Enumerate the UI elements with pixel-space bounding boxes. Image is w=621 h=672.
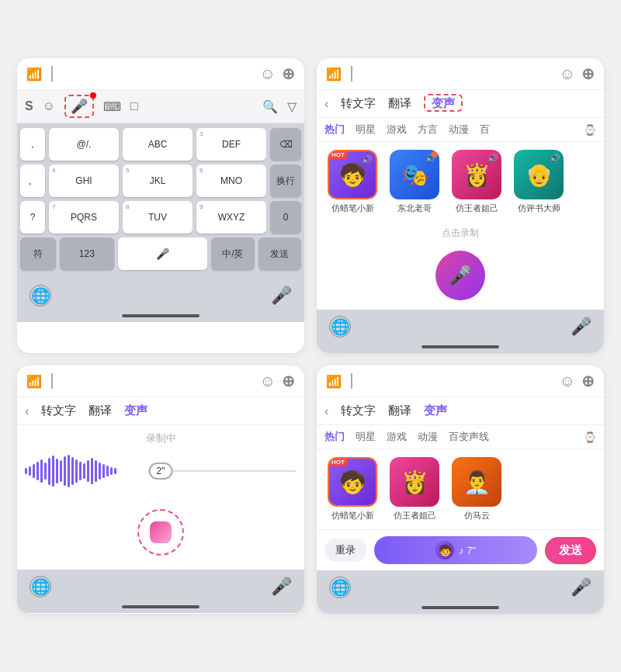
key-symbol[interactable]: 符 bbox=[20, 237, 56, 270]
globe-icon-4[interactable]: 🌐 bbox=[329, 577, 351, 598]
panel-send: 📶 ☺ ⊕ ‹ 转文字 翻译 变声 热门 明星 游戏 动漫 百变声线 ⌚ HOT… bbox=[317, 365, 604, 614]
key-at[interactable]: @/. bbox=[49, 128, 119, 161]
plus-button-2[interactable]: ⊕ bbox=[581, 64, 595, 83]
nav-voice-change-4[interactable]: 变声 bbox=[424, 404, 447, 418]
tab-clock[interactable]: ⌚ bbox=[584, 124, 596, 136]
play-button[interactable]: 🧒 ♪ 7" bbox=[374, 536, 537, 564]
key-abc[interactable]: ABC bbox=[123, 128, 193, 161]
waveform-bar bbox=[40, 459, 43, 483]
voice-item-4-3[interactable]: 👨‍💼 仿马云 bbox=[449, 457, 505, 521]
key-row-4: 符 123 🎤 中/英 发送 bbox=[20, 237, 301, 270]
rerecord-button[interactable]: 重录 bbox=[324, 539, 366, 562]
key-period[interactable]: 。 bbox=[20, 165, 45, 197]
key-pqrs[interactable]: 7 PQRS bbox=[49, 201, 119, 234]
mic-footer-icon-3[interactable]: 🎤 bbox=[271, 577, 292, 597]
tab-hot-4[interactable]: 热门 bbox=[324, 430, 345, 444]
keyboard-icon[interactable]: ⌨ bbox=[103, 99, 121, 114]
tab-anime-4[interactable]: 动漫 bbox=[418, 430, 438, 444]
waveform-bar bbox=[79, 462, 82, 480]
home-indicator-2 bbox=[422, 345, 499, 348]
emoji-button-3[interactable]: ☺ bbox=[260, 372, 276, 390]
tab-star-4[interactable]: 明星 bbox=[356, 430, 376, 444]
tab-hot[interactable]: 热门 bbox=[324, 123, 345, 137]
record-hint: 点击录制 bbox=[317, 222, 604, 244]
key-zero[interactable]: 0 bbox=[270, 201, 301, 234]
key-space-mic[interactable]: 🎤 bbox=[118, 237, 208, 270]
voice-item-2[interactable]: 🎭 🔊 东北老哥 bbox=[387, 150, 442, 214]
voice-item-4-2[interactable]: 👸 仿王者姐己 bbox=[387, 457, 442, 521]
tab-clock-4[interactable]: ⌚ bbox=[584, 431, 596, 443]
chevron-down-icon[interactable]: ▽ bbox=[287, 99, 297, 114]
voice-item-1[interactable]: HOT 🧒 🔊 仿蜡笔小新 bbox=[324, 150, 380, 214]
emoji-button-2[interactable]: ☺ bbox=[560, 65, 575, 83]
send-button[interactable]: 发送 bbox=[545, 537, 596, 564]
tab-dialect[interactable]: 方言 bbox=[418, 123, 438, 137]
key-123[interactable]: 123 bbox=[60, 237, 113, 270]
nav-to-text-3[interactable]: 转文字 bbox=[41, 404, 76, 418]
tab-anime[interactable]: 动漫 bbox=[449, 123, 469, 137]
text-cursor-3 bbox=[51, 373, 254, 389]
voice-item-4[interactable]: 👴 🔊 仿评书大师 bbox=[511, 150, 567, 214]
nav-to-text[interactable]: 转文字 bbox=[341, 96, 376, 111]
tab-game[interactable]: 游戏 bbox=[387, 123, 407, 137]
nav-translate[interactable]: 翻译 bbox=[388, 96, 411, 111]
key-question[interactable]: ? bbox=[20, 201, 45, 234]
voice-avatar-4: 👴 🔊 bbox=[514, 150, 564, 199]
tab-game-4[interactable]: 游戏 bbox=[387, 430, 407, 444]
waveform-bar bbox=[91, 458, 93, 484]
plus-button[interactable]: ⊕ bbox=[282, 64, 295, 83]
sound-icon-3: 📶 bbox=[26, 374, 42, 389]
waveform-bar bbox=[36, 462, 39, 480]
key-wxyz[interactable]: 9 WXYZ bbox=[196, 201, 266, 234]
emoji-button-4[interactable]: ☺ bbox=[560, 372, 575, 390]
image-icon[interactable]: □ bbox=[130, 99, 138, 113]
waveform-bar bbox=[114, 468, 116, 474]
mic-footer-icon[interactable]: 🎤 bbox=[271, 286, 292, 306]
plus-button-3[interactable]: ⊕ bbox=[282, 372, 295, 390]
vc-tabs: 热门 明星 游戏 方言 动漫 百 ⌚ bbox=[317, 118, 604, 142]
key-backspace[interactable]: ⌫ bbox=[270, 128, 301, 161]
key-mno[interactable]: 6 MNO bbox=[196, 165, 266, 197]
nav-translate-4[interactable]: 翻译 bbox=[388, 404, 411, 418]
plus-button-4[interactable]: ⊕ bbox=[581, 372, 595, 390]
voice-item-4-1[interactable]: HOT 🧒 仿蜡笔小新 bbox=[324, 457, 380, 521]
swype-icon[interactable]: S bbox=[25, 99, 33, 113]
globe-icon-2[interactable]: 🌐 bbox=[329, 316, 351, 338]
back-arrow[interactable]: ‹ bbox=[324, 97, 328, 111]
nav-translate-3[interactable]: 翻译 bbox=[88, 404, 112, 418]
search-icon[interactable]: 🔍 bbox=[262, 99, 278, 114]
key-comma[interactable]: , bbox=[20, 128, 45, 161]
tab-hundred-4[interactable]: 百变声线 bbox=[449, 430, 489, 444]
nav-voice-change-3[interactable]: 变声 bbox=[124, 404, 147, 418]
back-arrow-4[interactable]: ‹ bbox=[324, 404, 328, 418]
record-button[interactable]: 🎤 bbox=[435, 251, 485, 300]
key-def[interactable]: 3 DEF bbox=[196, 128, 266, 161]
mic-footer-icon-2[interactable]: 🎤 bbox=[571, 317, 592, 337]
record-btn-area[interactable]: 🎤 bbox=[317, 244, 604, 310]
globe-icon-3[interactable]: 🌐 bbox=[29, 576, 51, 598]
nav-to-text-4[interactable]: 转文字 bbox=[341, 404, 376, 418]
waveform-bar bbox=[99, 462, 101, 480]
home-indicator bbox=[122, 314, 199, 317]
stop-button[interactable] bbox=[137, 509, 184, 556]
key-tuv[interactable]: 8 TUV bbox=[123, 201, 193, 234]
mic-footer-icon-4[interactable]: 🎤 bbox=[571, 577, 592, 598]
nav-voice-change[interactable]: 变声 bbox=[424, 96, 463, 111]
key-jkl[interactable]: 5 JKL bbox=[123, 165, 193, 197]
emoji-button[interactable]: ☺ bbox=[260, 65, 276, 83]
globe-icon[interactable]: 🌐 bbox=[29, 285, 51, 307]
tab-star[interactable]: 明星 bbox=[356, 123, 376, 137]
mic-button[interactable]: 🎤 bbox=[64, 95, 94, 118]
stop-btn-area[interactable] bbox=[17, 497, 304, 570]
voice-item-3[interactable]: 👸 🔊 仿王者姐己 bbox=[449, 150, 505, 214]
tab-hundred[interactable]: 百 bbox=[480, 123, 490, 137]
key-lang-switch[interactable]: 中/英 bbox=[211, 237, 254, 270]
key-enter[interactable]: 换行 bbox=[270, 165, 301, 197]
waveform-bars bbox=[25, 455, 161, 487]
voice-avatar-4-3: 👨‍💼 bbox=[452, 457, 501, 507]
mic-button-wrap[interactable]: 🎤 bbox=[64, 95, 94, 118]
key-send[interactable]: 发送 bbox=[258, 237, 301, 270]
emoji-icon[interactable]: ☺ bbox=[43, 99, 55, 113]
key-ghi[interactable]: 4 GHI bbox=[49, 165, 119, 197]
back-arrow-3[interactable]: ‹ bbox=[25, 404, 29, 418]
